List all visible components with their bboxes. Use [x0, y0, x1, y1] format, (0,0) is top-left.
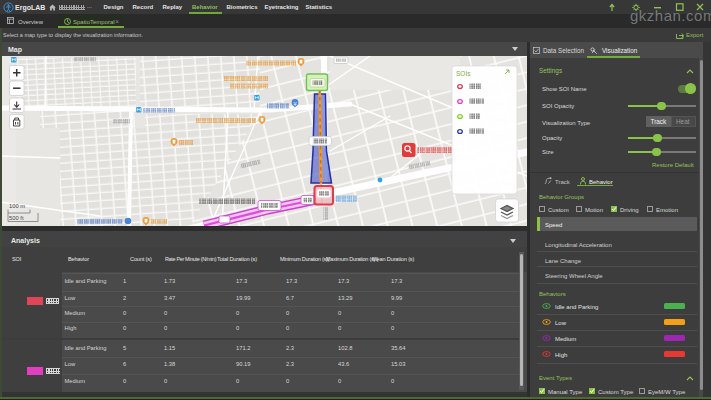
svg-text:100 m: 100 m	[9, 203, 25, 209]
svg-text:500 ft: 500 ft	[9, 215, 24, 221]
svg-text:SOIs: SOIs	[456, 70, 471, 77]
